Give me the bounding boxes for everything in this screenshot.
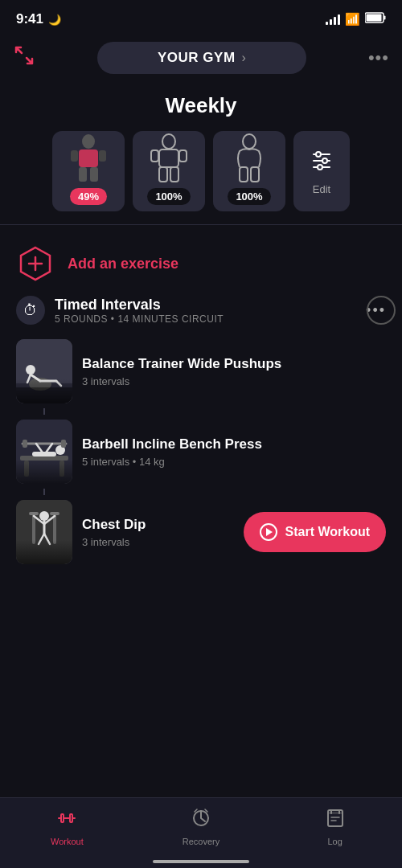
edit-card[interactable]: Edit: [293, 131, 350, 211]
exercise-name-3: Chest Dip: [82, 516, 234, 534]
svg-point-3: [82, 134, 95, 149]
nav-item-workout[interactable]: Workout: [0, 808, 134, 846]
circuit-info: Timed Intervals 5 ROUNDS • 14 MINUTES CI…: [55, 297, 356, 325]
weekly-title: Weekly: [16, 93, 386, 118]
circuit-header: ⏱ Timed Intervals 5 ROUNDS • 14 MINUTES …: [16, 296, 386, 325]
exercise-info-1: Balance Trainer Wide Pushups 3 intervals: [82, 355, 386, 387]
gym-button[interactable]: YOUR GYM ›: [97, 42, 306, 74]
svg-point-21: [322, 158, 327, 163]
exercise-item-3: Chest Dip 3 intervals Start Workout: [16, 495, 386, 569]
muscle-card-2[interactable]: 100%: [133, 131, 205, 211]
exercise-thumb-1: [16, 339, 72, 403]
gym-button-label: YOUR GYM: [158, 50, 236, 66]
exercise-info-3: Chest Dip 3 intervals: [82, 516, 234, 548]
moon-icon: 🌙: [48, 14, 61, 26]
svg-point-52: [39, 511, 49, 521]
edit-label: Edit: [313, 183, 330, 195]
svg-point-19: [316, 152, 321, 157]
svg-rect-2: [384, 16, 386, 20]
chevron-right-icon: ›: [242, 51, 246, 65]
svg-rect-17: [251, 167, 259, 182]
nav-label-recovery: Recovery: [183, 837, 219, 846]
exercise-name-1: Balance Trainer Wide Pushups: [82, 355, 386, 373]
circuit-meta: 5 ROUNDS • 14 MINUTES CIRCUIT: [55, 313, 356, 325]
circuit-options[interactable]: •••: [366, 302, 386, 319]
svg-point-23: [318, 165, 322, 170]
weekly-section: Weekly 49%: [0, 80, 402, 218]
wifi-icon: 📶: [345, 12, 360, 27]
add-hex-icon: [16, 244, 55, 283]
log-icon: [325, 808, 346, 832]
svg-rect-6: [90, 167, 98, 182]
connector-1: [43, 408, 386, 415]
nav-item-log[interactable]: Log: [268, 808, 402, 846]
svg-point-15: [243, 134, 256, 149]
nav-label-log: Log: [328, 837, 343, 846]
exercise-meta-1: 3 intervals: [82, 375, 386, 387]
svg-point-29: [26, 365, 35, 375]
svg-rect-10: [159, 149, 178, 167]
recovery-icon: [191, 808, 211, 832]
svg-rect-7: [71, 150, 78, 162]
svg-point-9: [162, 134, 175, 149]
start-workout-button[interactable]: Start Workout: [244, 512, 386, 552]
muscle-card-3[interactable]: 100%: [213, 131, 285, 211]
exercise-meta-3: 3 intervals: [82, 536, 234, 548]
status-bar: 9:41 🌙 📶: [0, 0, 402, 35]
svg-rect-4: [79, 149, 98, 167]
home-indicator: [153, 860, 249, 863]
svg-rect-51: [50, 512, 59, 515]
circuit-name: Timed Intervals: [55, 297, 356, 313]
battery-icon: [365, 12, 386, 27]
svg-rect-16: [240, 167, 248, 182]
sliders-icon: [310, 148, 333, 174]
weekly-grid: 49% 100% 100%: [16, 131, 386, 211]
svg-rect-50: [29, 512, 39, 515]
muscle-badge-2: 100%: [147, 188, 190, 205]
svg-rect-13: [151, 150, 158, 162]
play-circle-icon: [260, 523, 277, 541]
circuit-section: ⏱ Timed Intervals 5 ROUNDS • 14 MINUTES …: [0, 296, 402, 569]
exercise-info-2: Barbell Incline Bench Press 5 intervals …: [82, 436, 386, 468]
add-exercise-label: Add an exercise: [68, 256, 178, 272]
exercise-thumb-3: [16, 500, 72, 564]
exercise-item-1: Balance Trainer Wide Pushups 3 intervals: [16, 334, 386, 408]
bottom-nav: Workout Recovery Log: [0, 797, 402, 868]
svg-rect-5: [79, 167, 87, 182]
add-exercise-section[interactable]: Add an exercise: [0, 231, 402, 296]
svg-rect-44: [61, 440, 66, 448]
svg-rect-14: [179, 150, 187, 162]
stopwatch-icon: ⏱: [16, 296, 45, 325]
nav-label-workout: Workout: [51, 837, 84, 846]
play-triangle: [266, 528, 273, 536]
svg-rect-8: [99, 150, 106, 162]
exercise-name-2: Barbell Incline Bench Press: [82, 436, 386, 453]
expand-icon[interactable]: [13, 44, 35, 72]
status-icons: 📶: [326, 12, 386, 27]
exercise-item-2: Barbell Incline Bench Press 5 intervals …: [16, 415, 386, 489]
signal-icon: [326, 14, 340, 25]
divider-1: [0, 224, 402, 225]
nav-item-recovery[interactable]: Recovery: [134, 808, 269, 846]
status-time: 9:41: [16, 11, 43, 27]
svg-rect-62: [327, 812, 343, 814]
exercise-thumb-2: [16, 420, 72, 484]
muscle-badge-3: 100%: [228, 188, 270, 205]
svg-rect-11: [159, 167, 167, 182]
exercise-meta-2: 5 intervals • 14 kg: [82, 456, 386, 468]
svg-rect-12: [170, 167, 178, 182]
svg-rect-43: [23, 440, 27, 448]
svg-rect-1: [367, 14, 382, 22]
top-bar: YOUR GYM › •••: [0, 35, 402, 80]
connector-2: [43, 489, 386, 495]
more-options-button[interactable]: •••: [368, 47, 389, 68]
workout-icon: [56, 808, 77, 832]
muscle-badge-1: 49%: [70, 188, 107, 205]
exercise-list: Balance Trainer Wide Pushups 3 intervals: [16, 334, 386, 569]
start-workout-label: Start Workout: [285, 525, 370, 539]
muscle-card-1[interactable]: 49%: [52, 131, 125, 211]
